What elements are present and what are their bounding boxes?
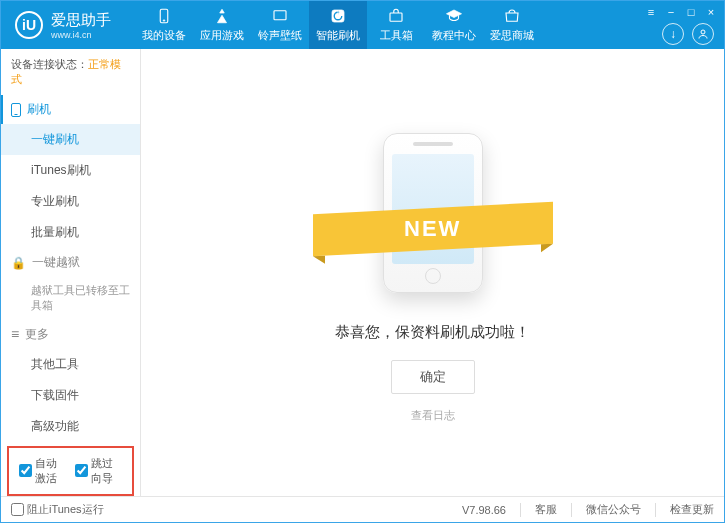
- nav-label: 我的设备: [142, 28, 186, 43]
- nav-label: 爱思商城: [490, 28, 534, 43]
- checkbox-skip-guide[interactable]: 跳过向导: [75, 456, 123, 486]
- apps-icon: [213, 7, 231, 25]
- svg-rect-4: [390, 13, 402, 21]
- phone-icon: [11, 103, 21, 117]
- nav-label: 应用游戏: [200, 28, 244, 43]
- view-log-link[interactable]: 查看日志: [411, 408, 455, 423]
- logo: iU 爱思助手 www.i4.cn: [1, 11, 125, 40]
- separator: [655, 503, 656, 517]
- link-wechat[interactable]: 微信公众号: [586, 502, 641, 517]
- maximize-button[interactable]: □: [684, 5, 698, 19]
- app-window: iU 爱思助手 www.i4.cn 我的设备 应用游戏 铃声壁纸 智能刷机: [0, 0, 725, 523]
- sidebar-item-advanced[interactable]: 高级功能: [1, 411, 140, 442]
- graduation-icon: [445, 7, 463, 25]
- section-more[interactable]: ≡ 更多: [1, 320, 140, 349]
- jailbreak-note: 越狱工具已转移至工具箱: [1, 277, 140, 320]
- section-label: 一键越狱: [32, 254, 80, 271]
- success-message: 恭喜您，保资料刷机成功啦！: [335, 323, 530, 342]
- separator: [571, 503, 572, 517]
- menu-icon[interactable]: ≡: [644, 5, 658, 19]
- success-illustration: NEW: [333, 123, 533, 303]
- checkbox-label: 阻止iTunes运行: [27, 502, 104, 517]
- status-bar: 阻止iTunes运行 V7.98.66 客服 微信公众号 检查更新: [1, 496, 724, 522]
- nav-toolbox[interactable]: 工具箱: [367, 1, 425, 49]
- checkbox-label: 自动激活: [35, 456, 67, 486]
- phone-icon: [155, 7, 173, 25]
- store-icon: [503, 7, 521, 25]
- svg-point-1: [163, 20, 165, 22]
- checkbox-auto-activate[interactable]: 自动激活: [19, 456, 67, 486]
- version-label: V7.98.66: [462, 504, 506, 516]
- link-update[interactable]: 检查更新: [670, 502, 714, 517]
- refresh-icon: [329, 7, 347, 25]
- section-flash[interactable]: 刷机: [1, 95, 140, 124]
- nav-label: 智能刷机: [316, 28, 360, 43]
- ok-button[interactable]: 确定: [391, 360, 475, 394]
- checkbox-input[interactable]: [19, 464, 32, 477]
- nav-store[interactable]: 爱思商城: [483, 1, 541, 49]
- checkbox-input[interactable]: [11, 503, 24, 516]
- main-content: NEW 恭喜您，保资料刷机成功啦！ 确定 查看日志: [141, 49, 724, 496]
- download-button[interactable]: ↓: [662, 23, 684, 45]
- nav-my-device[interactable]: 我的设备: [135, 1, 193, 49]
- checkbox-block-itunes[interactable]: 阻止iTunes运行: [11, 502, 104, 517]
- brand-url: www.i4.cn: [51, 30, 111, 40]
- nav-ringtones[interactable]: 铃声壁纸: [251, 1, 309, 49]
- sidebar-item-pro[interactable]: 专业刷机: [1, 186, 140, 217]
- nav-apps-games[interactable]: 应用游戏: [193, 1, 251, 49]
- svg-point-5: [701, 30, 705, 34]
- sidebar-item-batch[interactable]: 批量刷机: [1, 217, 140, 248]
- menu-icon: ≡: [11, 326, 19, 342]
- lock-icon: 🔒: [11, 256, 26, 270]
- options-highlighted: 自动激活 跳过向导: [7, 446, 134, 496]
- header-actions: ↓: [662, 23, 714, 45]
- window-controls: ≡ − □ ×: [644, 5, 718, 19]
- sidebar-item-other[interactable]: 其他工具: [1, 349, 140, 380]
- link-support[interactable]: 客服: [535, 502, 557, 517]
- brand-name: 爱思助手: [51, 11, 111, 30]
- checkbox-input[interactable]: [75, 464, 88, 477]
- status-label: 设备连接状态：: [11, 58, 88, 70]
- minimize-button[interactable]: −: [664, 5, 678, 19]
- title-bar: iU 爱思助手 www.i4.cn 我的设备 应用游戏 铃声壁纸 智能刷机: [1, 1, 724, 49]
- body: 设备连接状态：正常模式 刷机 一键刷机 iTunes刷机 专业刷机 批量刷机 🔒…: [1, 49, 724, 496]
- ribbon-text: NEW: [404, 216, 461, 242]
- sidebar-item-itunes[interactable]: iTunes刷机: [1, 155, 140, 186]
- section-jailbreak: 🔒 一键越狱: [1, 248, 140, 277]
- nav-label: 工具箱: [380, 28, 413, 43]
- sidebar-item-download[interactable]: 下载固件: [1, 380, 140, 411]
- toolbox-icon: [387, 7, 405, 25]
- sidebar-item-oneclick[interactable]: 一键刷机: [1, 124, 140, 155]
- user-button[interactable]: [692, 23, 714, 45]
- nav-label: 教程中心: [432, 28, 476, 43]
- close-button[interactable]: ×: [704, 5, 718, 19]
- connection-status: 设备连接状态：正常模式: [1, 49, 140, 95]
- nav-tutorials[interactable]: 教程中心: [425, 1, 483, 49]
- svg-rect-2: [274, 11, 286, 20]
- section-label: 刷机: [27, 101, 51, 118]
- section-label: 更多: [25, 326, 49, 343]
- wallpaper-icon: [271, 7, 289, 25]
- logo-icon: iU: [15, 11, 43, 39]
- nav-bar: 我的设备 应用游戏 铃声壁纸 智能刷机 工具箱 教程中心: [135, 1, 724, 49]
- nav-label: 铃声壁纸: [258, 28, 302, 43]
- nav-smart-flash[interactable]: 智能刷机: [309, 1, 367, 49]
- separator: [520, 503, 521, 517]
- checkbox-label: 跳过向导: [91, 456, 123, 486]
- sidebar: 设备连接状态：正常模式 刷机 一键刷机 iTunes刷机 专业刷机 批量刷机 🔒…: [1, 49, 141, 496]
